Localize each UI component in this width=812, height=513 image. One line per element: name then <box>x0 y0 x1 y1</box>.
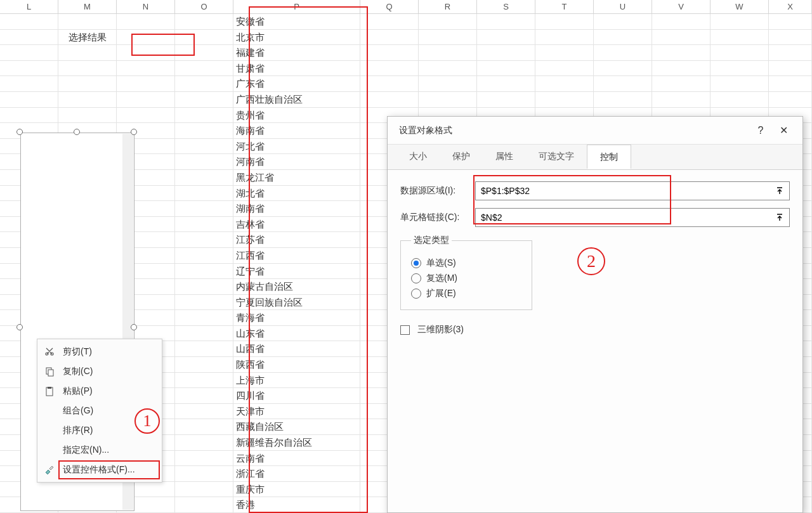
cell[interactable] <box>175 108 233 123</box>
cell[interactable] <box>769 30 812 45</box>
cell[interactable] <box>175 466 233 481</box>
source-range-input[interactable] <box>475 181 790 200</box>
cell[interactable] <box>175 186 233 201</box>
cell[interactable] <box>360 30 419 45</box>
column-header-N[interactable]: N <box>117 0 175 13</box>
cell[interactable]: 选择结果 <box>58 30 117 45</box>
cell[interactable] <box>652 61 710 76</box>
cell[interactable] <box>360 14 419 29</box>
shadow-checkbox-row[interactable]: 三维阴影(3) <box>400 324 790 335</box>
cell[interactable]: 浙江省 <box>233 466 360 481</box>
radio-icon[interactable] <box>411 273 421 283</box>
context-menu-item[interactable]: 指定宏(N)... <box>37 440 162 460</box>
column-header-T[interactable]: T <box>535 0 594 13</box>
cell[interactable] <box>175 170 233 185</box>
cell[interactable] <box>535 30 594 45</box>
cell[interactable] <box>117 14 175 29</box>
cell[interactable] <box>710 30 769 45</box>
cell[interactable] <box>175 30 233 45</box>
cell[interactable] <box>175 419 233 434</box>
cell[interactable] <box>175 201 233 216</box>
cell[interactable]: 重庆市 <box>233 482 360 497</box>
cell[interactable] <box>535 76 594 91</box>
cell[interactable] <box>652 76 710 91</box>
cell[interactable] <box>175 310 233 325</box>
cell[interactable]: 福建省 <box>233 45 360 60</box>
radio-icon[interactable] <box>411 258 421 268</box>
tab-0[interactable]: 大小 <box>396 145 440 169</box>
cell[interactable] <box>360 76 419 91</box>
cell[interactable]: 山东省 <box>233 326 360 341</box>
cell[interactable] <box>175 76 233 91</box>
context-menu-item[interactable]: 设置控件格式(F)... <box>37 460 162 479</box>
radio-icon[interactable] <box>411 289 421 299</box>
cell[interactable] <box>769 92 812 107</box>
source-range-text[interactable] <box>481 186 770 196</box>
cell[interactable]: 甘肃省 <box>233 61 360 76</box>
cell[interactable] <box>710 92 769 107</box>
cell[interactable] <box>769 45 812 60</box>
cell[interactable]: 河北省 <box>233 139 360 154</box>
resize-handle[interactable] <box>16 324 23 330</box>
range-picker-icon[interactable] <box>773 184 787 198</box>
cell[interactable]: 江苏省 <box>233 232 360 247</box>
cell[interactable] <box>175 435 233 450</box>
cell[interactable] <box>477 14 535 29</box>
cell[interactable] <box>0 108 58 123</box>
cell[interactable] <box>175 357 233 372</box>
cell[interactable] <box>360 45 419 60</box>
cell[interactable]: 湖南省 <box>233 201 360 216</box>
column-header-Q[interactable]: Q <box>360 0 419 13</box>
cell[interactable] <box>360 61 419 76</box>
column-header-W[interactable]: W <box>710 0 769 13</box>
cell[interactable] <box>0 45 58 60</box>
column-header-M[interactable]: M <box>58 0 117 13</box>
cell[interactable] <box>652 14 710 29</box>
cell[interactable]: 云南省 <box>233 451 360 466</box>
cell[interactable] <box>175 451 233 466</box>
resize-handle[interactable] <box>131 324 137 330</box>
cell[interactable] <box>58 61 117 76</box>
cell[interactable] <box>117 76 175 91</box>
column-header-R[interactable]: R <box>419 0 477 13</box>
cell[interactable] <box>419 76 477 91</box>
column-header-U[interactable]: U <box>594 0 652 13</box>
cell[interactable] <box>477 30 535 45</box>
cell[interactable] <box>535 92 594 107</box>
cell[interactable] <box>594 30 652 45</box>
cell[interactable]: 上海市 <box>233 373 360 388</box>
cell[interactable]: 天津市 <box>233 404 360 419</box>
cell[interactable] <box>769 76 812 91</box>
cell[interactable] <box>477 92 535 107</box>
cell[interactable]: 青海省 <box>233 310 360 325</box>
column-header-P[interactable]: P <box>233 0 360 13</box>
cell[interactable] <box>175 92 233 107</box>
cell[interactable] <box>535 61 594 76</box>
context-menu-item[interactable]: 剪切(T) <box>37 342 162 361</box>
cell[interactable]: 香港 <box>233 497 360 512</box>
shadow-checkbox[interactable] <box>400 325 410 335</box>
cell[interactable]: 内蒙古自治区 <box>233 279 360 294</box>
cell[interactable] <box>58 76 117 91</box>
cell[interactable] <box>117 108 175 123</box>
column-header-X[interactable]: X <box>769 0 812 13</box>
cell[interactable] <box>117 92 175 107</box>
cell[interactable] <box>175 264 233 279</box>
cell[interactable]: 新疆维吾尔自治区 <box>233 435 360 450</box>
cell[interactable] <box>58 108 117 123</box>
context-menu-item[interactable]: 粘贴(P) <box>37 381 162 401</box>
cell[interactable] <box>594 61 652 76</box>
cell[interactable] <box>710 76 769 91</box>
cell[interactable] <box>175 154 233 169</box>
close-button[interactable]: ✕ <box>772 124 795 136</box>
cell[interactable] <box>360 92 419 107</box>
cell[interactable] <box>419 45 477 60</box>
cell[interactable] <box>175 279 233 294</box>
cell[interactable] <box>117 61 175 76</box>
cell[interactable] <box>594 45 652 60</box>
cell[interactable] <box>175 45 233 60</box>
cell[interactable] <box>477 45 535 60</box>
cell[interactable] <box>175 482 233 497</box>
cell[interactable]: 安徽省 <box>233 14 360 29</box>
cell[interactable] <box>769 61 812 76</box>
